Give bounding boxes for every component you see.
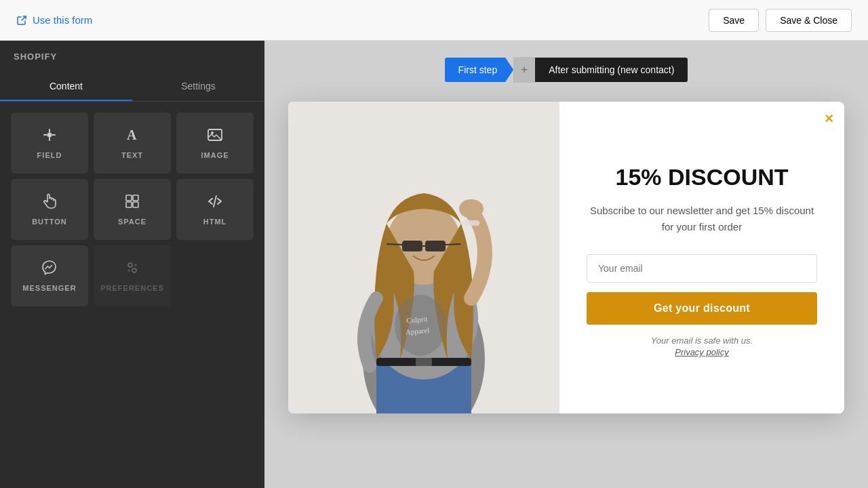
email-input[interactable] — [587, 254, 817, 283]
sidebar-item-space[interactable]: SPACE — [94, 179, 171, 240]
svg-point-12 — [128, 263, 132, 267]
svg-rect-8 — [126, 195, 132, 201]
sidebar-tabs: Content Settings — [0, 73, 264, 102]
svg-rect-23 — [425, 241, 446, 251]
svg-point-13 — [132, 268, 136, 272]
sidebar-item-button-label: BUTTON — [32, 218, 67, 226]
sidebar-item-field-label: FIELD — [37, 151, 62, 159]
sidebar-item-html-label: HTML — [203, 218, 227, 226]
hand-pointer-icon — [41, 193, 58, 212]
save-close-button[interactable]: Save & Close — [766, 9, 852, 32]
popup-footer: Your email is safe with us. Privacy poli… — [651, 336, 753, 357]
sidebar-item-button[interactable]: BUTTON — [11, 179, 88, 240]
code-icon — [207, 193, 223, 212]
svg-line-26 — [446, 244, 460, 245]
content-area: First step + After submitting (new conta… — [264, 41, 868, 488]
popup-close-button[interactable]: × — [825, 111, 833, 126]
svg-rect-10 — [126, 202, 132, 207]
svg-rect-28 — [463, 220, 479, 226]
header-right: Save Save & Close — [709, 9, 852, 32]
save-button[interactable]: Save — [709, 9, 759, 32]
brand-label: SHOPIFY — [0, 41, 264, 73]
svg-text:A: A — [127, 127, 137, 142]
tab-content[interactable]: Content — [0, 73, 132, 101]
svg-point-27 — [459, 199, 484, 218]
svg-rect-4 — [47, 133, 52, 137]
sidebar-item-space-label: SPACE — [118, 218, 146, 226]
sidebar-item-messenger[interactable]: MESSENGER — [11, 245, 88, 306]
popup-right-content: 15% DISCOUNT Subscribe to our newsletter… — [559, 102, 844, 413]
svg-rect-30 — [416, 358, 432, 366]
sidebar-item-preferences-label: PREFERENCES — [100, 284, 164, 292]
sidebar-item-field[interactable]: FIELD — [11, 113, 88, 174]
sidebar-item-text[interactable]: A TEXT — [94, 113, 171, 174]
svg-rect-22 — [402, 241, 422, 251]
svg-point-14 — [134, 264, 137, 266]
step-second[interactable]: After submitting (new contact) — [535, 58, 688, 82]
step-plus: + — [513, 57, 535, 83]
svg-rect-9 — [133, 195, 138, 201]
svg-line-25 — [387, 244, 402, 245]
messenger-icon — [41, 260, 58, 279]
header-left: Use this form — [16, 14, 92, 26]
app-header: Use this form Save Save & Close — [0, 0, 868, 41]
main-layout: SHOPIFY Content Settings FIELD — [0, 41, 868, 488]
sidebar-item-text-label: TEXT — [121, 151, 143, 159]
svg-rect-11 — [133, 202, 138, 207]
sidebar-item-image-label: IMAGE — [201, 151, 229, 159]
popup-subtitle: Subscribe to our newsletter and get 15% … — [587, 203, 817, 235]
sidebar-item-html[interactable]: HTML — [176, 179, 254, 240]
footer-text: Your email is safe with us. — [651, 336, 753, 346]
svg-point-7 — [211, 131, 214, 134]
svg-point-15 — [127, 269, 130, 272]
popup-image-area: Culprit Apparel — [288, 102, 559, 413]
use-this-form-link[interactable]: Use this form — [33, 14, 92, 26]
preferences-icon — [124, 260, 140, 279]
sidebar-item-messenger-label: MESSENGER — [22, 284, 76, 292]
step-first[interactable]: First step — [445, 58, 514, 82]
step-bar: First step + After submitting (new conta… — [445, 57, 688, 83]
popup-modal: × — [288, 102, 844, 413]
svg-point-31 — [395, 295, 446, 356]
privacy-policy-link[interactable]: Privacy policy — [651, 347, 753, 357]
cursor-icon — [41, 127, 58, 146]
popup-title: 15% DISCOUNT — [615, 163, 788, 191]
sidebar-item-preferences: PREFERENCES — [94, 245, 171, 306]
image-icon — [207, 127, 223, 146]
tab-settings[interactable]: Settings — [132, 73, 264, 101]
space-icon — [124, 193, 140, 212]
sidebar-grid: FIELD A TEXT — [0, 102, 264, 317]
external-link-icon — [16, 15, 27, 26]
sidebar: SHOPIFY Content Settings FIELD — [0, 41, 264, 488]
get-discount-button[interactable]: Get your discount — [587, 292, 817, 325]
text-icon: A — [124, 127, 140, 146]
sidebar-item-image[interactable]: IMAGE — [176, 113, 254, 174]
popup-person-illustration: Culprit Apparel — [288, 102, 559, 413]
